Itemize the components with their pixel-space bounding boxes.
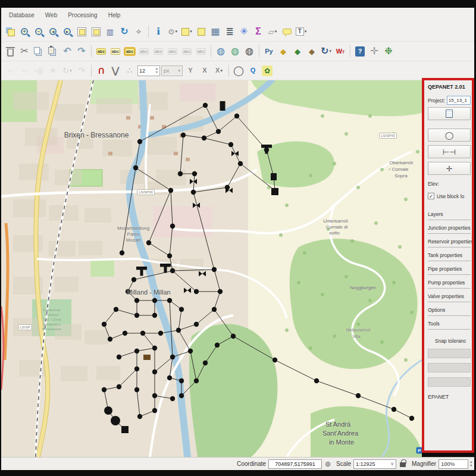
draw-junction-button[interactable]: ◯	[428, 129, 471, 142]
digitize-with-dots-button[interactable]: ∴	[123, 63, 137, 79]
section-layers[interactable]: Layers	[428, 206, 471, 220]
quickmapservices-button[interactable]: Q	[246, 63, 260, 79]
zoom-in-button[interactable]: +	[17, 24, 32, 39]
map-tips-button[interactable]	[280, 24, 294, 39]
metasearch-globe-button[interactable]: ◍	[214, 43, 228, 59]
snap-bar-2[interactable]	[428, 363, 471, 372]
offline-globe-button[interactable]: ◍	[242, 43, 256, 59]
digitize-with-dots-icon: ∴	[127, 67, 132, 74]
python-console-button[interactable]: Py	[262, 43, 276, 59]
rotate-label-button[interactable]: abc	[180, 43, 194, 59]
run-feature-action-button[interactable]: ⚙▾	[165, 24, 180, 39]
paste-features-button[interactable]	[46, 43, 60, 59]
zoom-out-button[interactable]: −	[32, 24, 46, 39]
change-label-button[interactable]: abc	[194, 43, 208, 59]
section-pump-properties[interactable]: Pump properties	[428, 275, 471, 289]
processing-toolbox-button[interactable]: ✳	[237, 24, 251, 39]
magnifier-value-box[interactable]: 100%	[439, 459, 468, 469]
zoom-to-selection-icon	[77, 27, 86, 36]
plugin-bird-button[interactable]: ◆	[276, 43, 290, 59]
field-calculator-button[interactable]: ≣	[223, 24, 237, 39]
snapping-magnet-button[interactable]: U	[94, 63, 108, 79]
zoom-to-layer-button[interactable]	[89, 24, 103, 39]
menu-web[interactable]: Web	[40, 10, 62, 20]
open-attribute-table-button[interactable]: ▦	[208, 24, 223, 39]
layer-labeling-button[interactable]: abc	[94, 43, 108, 59]
vertex-tool-button[interactable]: ⋁	[108, 63, 123, 79]
plugin-loop-button[interactable]: ↻▾	[319, 43, 333, 59]
pan-map-button[interactable]	[3, 24, 17, 39]
labeling-options-button[interactable]: abc	[123, 43, 137, 59]
magnifier-spinner[interactable]: ▲▼	[469, 461, 472, 467]
menu-processing[interactable]: Processing	[62, 10, 102, 20]
epanet-dock-tab[interactable]: EPANET	[428, 394, 471, 400]
size-spinner-button[interactable]: 12▲▼	[137, 63, 161, 79]
section-pipe-properties[interactable]: Pipe properties	[428, 261, 471, 275]
move-label-button[interactable]: abc	[165, 43, 180, 59]
zoom-last-button[interactable]: ◂	[46, 24, 60, 39]
section-valve-properties[interactable]: Valve properties	[428, 289, 471, 302]
zoom-next-button[interactable]: ▸	[60, 24, 74, 39]
new-map-view-button[interactable]: ✧	[131, 24, 146, 39]
measure-button[interactable]: ▱▾	[265, 24, 280, 39]
units-combo-button[interactable]: px▾	[161, 63, 183, 79]
use-block-checkbox[interactable]: ✓	[428, 193, 434, 199]
topology-pair-3-button[interactable]: ◦◎	[32, 63, 46, 79]
cut-features-button[interactable]: ✂	[17, 43, 32, 59]
rotate-feature-button[interactable]: ↻▾	[60, 63, 74, 79]
plugin-bird-icon: ◆	[280, 48, 286, 55]
map-canvas[interactable]: Brixen - BressanoneMozartsiedlungParcoMo…	[1, 80, 422, 457]
deselect-features-button[interactable]	[194, 24, 208, 39]
undo-button[interactable]: ↶	[60, 43, 74, 59]
tracing-tool-button[interactable]: Y	[183, 63, 198, 79]
pin-labels-button[interactable]: abc	[137, 43, 151, 59]
section-options[interactable]: Options	[428, 302, 471, 316]
draw-pipe-button[interactable]: ⊢⊣	[428, 145, 471, 158]
text-annotation-button[interactable]: T▾	[294, 24, 308, 39]
redo-icon: ↷	[77, 46, 85, 56]
project-input[interactable]	[447, 96, 471, 105]
topology-pair-1-button[interactable]: ◦◦	[3, 63, 17, 79]
section-reservoir-properties[interactable]: Reservoir properties	[428, 234, 471, 248]
identify-features-button[interactable]: ℹ	[151, 24, 165, 39]
menu-database[interactable]: Database	[4, 10, 40, 20]
snap-bar-1[interactable]	[428, 349, 471, 358]
coordinate-input[interactable]	[268, 459, 322, 469]
refresh-map-icon: ↻	[120, 27, 128, 36]
split-parts-button[interactable]: X▾	[212, 63, 226, 79]
layer-diagram-button[interactable]: abc	[108, 43, 123, 59]
offset-curve-button[interactable]: ↷	[74, 63, 89, 79]
redo-button[interactable]: ↷	[74, 43, 89, 59]
section-tank-properties[interactable]: Tank properties	[428, 248, 471, 261]
delete-part-button[interactable]: X	[198, 63, 212, 79]
copy-features-button[interactable]	[32, 43, 46, 59]
snap-bar-3[interactable]	[428, 377, 471, 387]
menu-help[interactable]: Help	[103, 10, 126, 20]
green-plugin-button[interactable]: ❉	[381, 43, 396, 59]
bookmarks-icon: ▥	[107, 28, 114, 36]
highlight-labels-button[interactable]: abc	[151, 43, 165, 59]
extents-icon[interactable]: ⊚	[325, 460, 331, 468]
plugin-grass-button[interactable]: ◆	[290, 43, 305, 59]
section-tools[interactable]: Tools	[428, 316, 471, 330]
move-element-button[interactable]: ✛	[428, 162, 471, 175]
plugin-profile-button[interactable]: ◆	[305, 43, 319, 59]
circle-tool-button[interactable]: ◯	[231, 63, 246, 79]
bookmarks-button[interactable]: ▥	[103, 24, 117, 39]
scale-combo[interactable]: 1:12925 ∨	[353, 459, 396, 469]
delete-selected-button[interactable]	[3, 43, 17, 59]
wkt-plugin-button[interactable]: WT	[333, 43, 347, 59]
statistical-summary-button[interactable]: Σ	[251, 24, 265, 39]
lock-icon[interactable]	[400, 462, 406, 467]
crosshair-tool-button[interactable]: ✛	[367, 43, 381, 59]
section-junction-properties[interactable]: Junction properties	[428, 220, 471, 234]
load-project-button[interactable]	[428, 107, 471, 120]
web-service-globe-button[interactable]: ◍	[228, 43, 242, 59]
layer-lines-button[interactable]: ≡	[46, 63, 60, 79]
help-contents-button[interactable]: ?	[353, 43, 367, 59]
topology-pair-2-button[interactable]: ◦◦	[17, 63, 32, 79]
refresh-map-button[interactable]: ↻	[117, 24, 131, 39]
zoom-to-selection-button[interactable]	[74, 24, 89, 39]
select-features-button[interactable]: ▾	[180, 24, 194, 39]
qepanet-plugin-button[interactable]: ✿	[260, 63, 274, 79]
